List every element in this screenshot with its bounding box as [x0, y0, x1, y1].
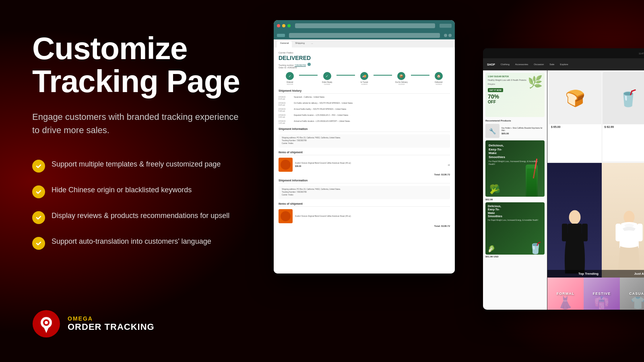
feature-text-4: Support auto-translation into customers'… [52, 236, 211, 247]
total2: Total: $138.72 [279, 225, 450, 227]
nav-clothing[interactable]: Clothing [501, 63, 510, 66]
nav-button [440, 24, 452, 28]
step-out: 📦 Out for Delivery 11/22/23 [392, 72, 411, 85]
step-icon-out: 📦 [397, 72, 405, 80]
svg-point-9 [623, 211, 634, 224]
ad-brand: Fitspire [488, 83, 495, 85]
product-card-1[interactable]: 🔧 Key Holder + Slice Cufflinks Bracelet … [485, 124, 545, 138]
svg-rect-7 [562, 224, 568, 241]
step-icon-ordered: ✓ [286, 72, 294, 80]
tab-other[interactable]: ... [308, 41, 316, 47]
nav-accessories[interactable]: Accessories [515, 63, 528, 66]
kale-icon: 🥦 [489, 184, 500, 195]
tracking-info: Tracking number: 7282382789 Order ID: #O… [279, 63, 450, 69]
tracking-steps: ✓ Ordered 11/17/23 ✓ Order Ready 11/19/2… [279, 72, 450, 85]
shipment-info-block-2: Shipping address: PO Box 23, California … [279, 186, 450, 199]
nav-icons [444, 34, 452, 37]
headline: Customize Tracking Page [32, 32, 250, 98]
logo-section: OMEGA ORDER TRACKING [32, 310, 250, 338]
svg-point-5 [569, 210, 580, 224]
shop-right-layout: 🍞 $ 65.00 new 🥤 $ 62.99 [547, 70, 644, 310]
svg-rect-8 [582, 224, 587, 241]
features-list: Support multiple templates & freely cust… [32, 159, 250, 250]
svg-point-4 [45, 321, 48, 324]
shipment2-title: Shipment Information [279, 179, 450, 183]
fashion-bg-1 [547, 163, 602, 278]
product-row-2: Dunkin' Donuts Original Blend Ground Cof… [279, 209, 450, 223]
product-row: Dunkin' Donuts Original Blend Ground Cof… [279, 158, 450, 172]
nav-explore[interactable]: Explore [560, 63, 568, 66]
step-line-4 [411, 75, 429, 76]
feature-item-2: Hide Chinese origin or blacklisted keywo… [32, 185, 250, 198]
toaster-icon: 🍞 [565, 89, 585, 108]
shop-ad-detox: 1 DAY SUGAR DETOX Healthy Weight Loss wi… [485, 73, 545, 117]
carrier-label: Carrier Fedex [279, 51, 450, 54]
logo-text: OMEGA ORDER TRACKING [68, 315, 155, 332]
step-delivered: 🏠 Delivered 11/23/23 [429, 72, 448, 85]
product-price-1: $65.00 [502, 132, 545, 135]
nav-sale[interactable]: Sale [549, 63, 554, 66]
ad-discount: 70% [488, 93, 542, 100]
tracking-header [274, 20, 455, 31]
product-card-md-1[interactable]: 🍞 $ 65.00 [549, 72, 601, 161]
fashion-cell-top-trending[interactable]: Top Trending [547, 163, 602, 278]
product-img-md-1: 🍞 [549, 72, 601, 124]
nav-icon [448, 34, 452, 37]
recommended-label: Recommend Products [485, 119, 545, 122]
nav-occasion[interactable]: Occasion [534, 63, 544, 66]
product-details-2: Dunkin' Donuts Original Blend Ground Cof… [295, 215, 450, 217]
product-card-md-2[interactable]: new 🥤 $ 62.99 [603, 72, 644, 161]
smoothie-img-2: 🥤 [528, 241, 543, 255]
fashion-row: Top Trending [547, 163, 644, 278]
smoothie-card-2: Delicious, Easy-To- Make Smoothies For R… [485, 202, 545, 255]
product-price-md-2: $ 62.99 [603, 124, 644, 130]
logo-sm [277, 34, 285, 37]
items-title: Items of shipment [279, 151, 450, 155]
product-qty: x1 [448, 164, 450, 166]
window-dot-yellow [282, 24, 285, 27]
step-ordered: ✓ Ordered 11/17/23 [281, 72, 299, 85]
total-price: Total: $138.72 [279, 173, 450, 176]
check-badge-3 [32, 211, 45, 224]
ad-plant-icon: 🌿 [528, 75, 543, 89]
shop-left: 1 DAY SUGAR DETOX Healthy Weight Loss wi… [483, 70, 547, 310]
just-arrived-label: Just Arrived [602, 270, 644, 278]
shop-body: 1 DAY SUGAR DETOX Healthy Weight Loss wi… [483, 70, 644, 310]
top-trending-label: Top Trending [547, 270, 602, 278]
fashion-cell-just-arrived[interactable]: Just Arrived [602, 163, 644, 278]
search-bar[interactable] [295, 23, 435, 28]
fashion-bg-2 [602, 163, 644, 278]
url-bar[interactable] [289, 33, 440, 38]
step-icon-transit: 🚚 [360, 72, 368, 80]
shop-screenshot: 11:47 ▲ wifi 🔋 SHOP Clothing Accessories… [483, 48, 644, 310]
page-content: Customize Tracking Page Engage customers… [0, 0, 644, 362]
smoothie-desc-2: For Rapid Weight Loss, Increased Energy,… [488, 219, 542, 222]
ad-off: OFF [488, 100, 542, 104]
ad-cta-button[interactable]: GET IT NOW [488, 88, 503, 92]
product-img-md-2: 🥤 [603, 72, 644, 124]
category-formal[interactable]: 👗 FORMAL [547, 278, 584, 310]
check-badge-1 [32, 160, 45, 173]
status-bar: 11:47 ▲ wifi 🔋 [639, 52, 644, 55]
step-line-2 [336, 75, 355, 76]
logo-icon [32, 310, 60, 338]
step-icon-delivered: 🏠 [435, 72, 443, 80]
formal-img: 👗 [558, 296, 573, 310]
category-casual[interactable]: 👕 CASUAL [620, 278, 644, 310]
window-dot-red [277, 24, 280, 27]
check-badge-2 [32, 185, 45, 198]
category-festive[interactable]: 👘 FESTIVE [584, 278, 620, 310]
category-bar: 👗 FORMAL 👘 FESTIVE 👕 CASUAL [547, 278, 644, 310]
right-panel: General Shipping ... Carrier Fedex DELIV… [274, 0, 644, 362]
history-item-2: 07/04/229:24 am On FedEx vehicle for del… [279, 102, 450, 106]
feature-item-3: Display reviews & products recommendatio… [32, 210, 250, 224]
subheadline: Engage customers with branded tracking e… [32, 110, 242, 137]
product-name: Dunkin' Donuts Original Blend Ground Cof… [295, 162, 446, 164]
tab-general[interactable]: General [277, 41, 292, 47]
shop-right-top: 🍞 $ 65.00 new 🥤 $ 62.99 [547, 70, 644, 163]
product-info-1: Key Holder + Slice Cufflinks Bracelet Ke… [502, 127, 545, 135]
feature-text-2: Hide Chinese origin or blacklisted keywo… [52, 185, 192, 195]
shop-nav-bar: SHOP Clothing Accessories Occasion Sale … [483, 58, 644, 70]
history-item-1: 07/04/229:15 am Savannah – California – … [279, 96, 450, 100]
tab-shiping[interactable]: Shipping [292, 41, 308, 47]
